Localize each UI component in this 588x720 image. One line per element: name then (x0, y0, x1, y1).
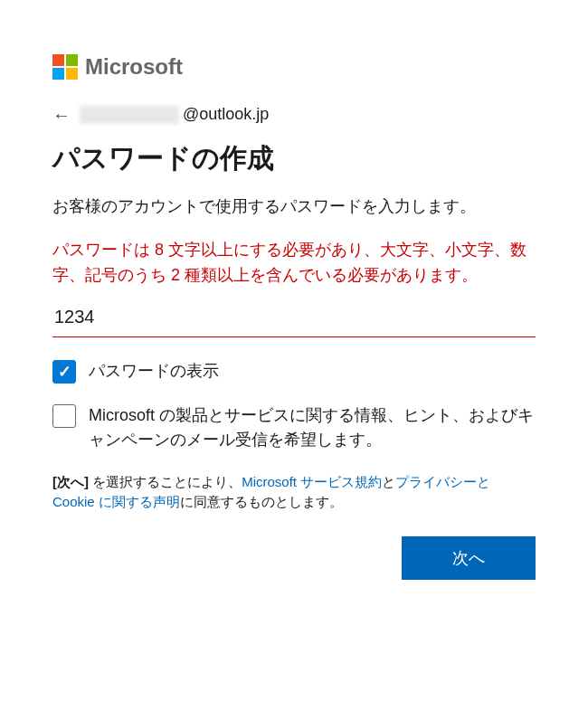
page-description: お客様のアカウントで使用するパスワードを入力します。 (52, 195, 536, 218)
show-password-option: ✓ パスワードの表示 (52, 359, 536, 384)
show-password-checkbox[interactable]: ✓ (52, 360, 76, 384)
service-agreement-link[interactable]: Microsoft サービス規約 (242, 474, 382, 489)
consent-text: [次へ] を選択することにより、Microsoft サービス規約とプライバシーと… (52, 472, 536, 513)
show-password-label: パスワードの表示 (89, 359, 219, 384)
marketing-checkbox[interactable] (52, 404, 76, 428)
password-error-message: パスワードは 8 文字以上にする必要があり、大文字、小文字、数字、記号のうち 2… (52, 238, 536, 289)
page-title: パスワードの作成 (52, 140, 536, 177)
next-button[interactable]: 次へ (402, 536, 536, 580)
consent-text-2: と (382, 474, 395, 489)
email-local-redacted (80, 106, 179, 124)
email-domain: @outlook.jp (183, 105, 269, 124)
identity-row: ← @outlook.jp (52, 105, 536, 124)
brand-header: Microsoft (52, 54, 536, 80)
password-input[interactable] (52, 301, 536, 337)
microsoft-logo-icon (52, 54, 78, 80)
marketing-label: Microsoft の製品とサービスに関する情報、ヒント、およびキャンペーンのメ… (89, 403, 536, 452)
brand-name: Microsoft (85, 54, 183, 80)
consent-prefix: [次へ] (52, 474, 89, 489)
button-row: 次へ (52, 536, 536, 580)
back-arrow-icon[interactable]: ← (52, 106, 71, 124)
check-icon: ✓ (58, 362, 71, 382)
marketing-option: Microsoft の製品とサービスに関する情報、ヒント、およびキャンペーンのメ… (52, 403, 536, 452)
consent-text-1: を選択することにより、 (89, 474, 242, 489)
consent-text-3: に同意するものとします。 (180, 494, 343, 509)
